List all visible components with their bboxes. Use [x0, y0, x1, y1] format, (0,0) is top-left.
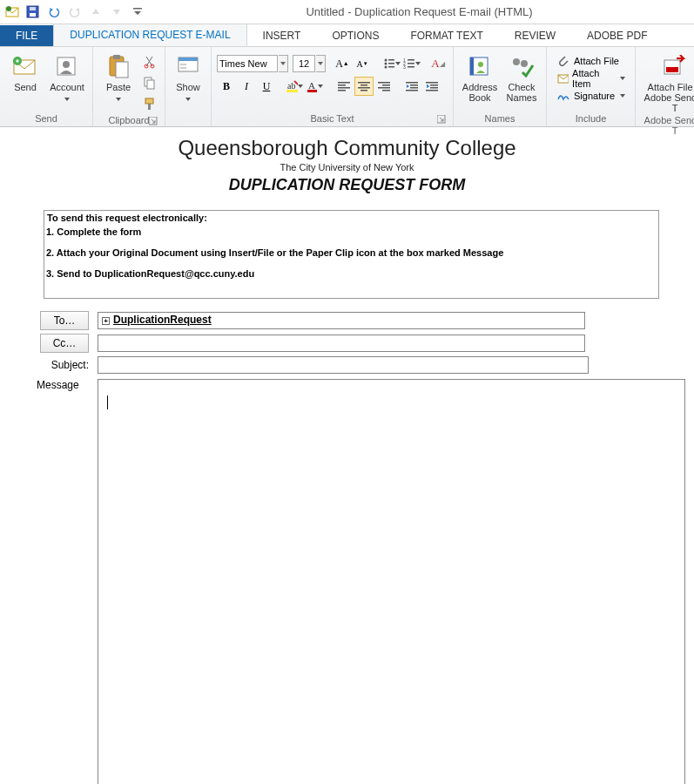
font-size-input[interactable] — [293, 55, 315, 72]
title-bar: Untitled - Duplication Request E-mail (H… — [0, 0, 694, 24]
svg-rect-3 — [30, 13, 36, 17]
svg-rect-48 — [378, 82, 390, 84]
cut-button[interactable] — [140, 52, 159, 71]
svg-rect-55 — [406, 90, 418, 91]
show-label: Show — [176, 82, 200, 103]
shrink-font-button[interactable]: A▼ — [353, 54, 372, 73]
dialog-launcher-icon[interactable] — [149, 117, 158, 125]
ribbon-group-names: Address Book Check Names Names — [454, 47, 547, 126]
svg-rect-5 — [133, 8, 142, 10]
svg-rect-54 — [410, 87, 418, 89]
svg-point-65 — [521, 60, 528, 67]
copy-button[interactable] — [140, 73, 159, 92]
align-left-button[interactable] — [334, 77, 354, 96]
cc-field[interactable] — [98, 335, 585, 352]
group-label-clipboard: Clipboard — [98, 113, 159, 128]
adobe-attach-icon — [661, 52, 689, 80]
group-label-adobe: Adobe Send & T — [641, 113, 694, 139]
grow-font-button[interactable]: A▲ — [333, 54, 352, 73]
instruction-step: 1. Complete the form — [46, 226, 503, 237]
font-color-button[interactable]: A — [305, 77, 324, 96]
instructions-list: 1. Complete the form 2. Attach your Orig… — [46, 223, 503, 289]
underline-button[interactable]: U — [257, 77, 276, 96]
attach-item-button[interactable]: Attach Item — [552, 70, 630, 87]
expand-icon[interactable]: + — [102, 317, 110, 325]
account-button[interactable]: Account — [47, 49, 87, 103]
bullets-button[interactable] — [382, 54, 401, 73]
tab-duplication-request[interactable]: DUPLICATION REQUEST E-MAIL — [53, 24, 246, 46]
clear-formatting-button[interactable]: A◢ — [428, 54, 448, 73]
svg-rect-59 — [426, 90, 438, 91]
qat-customize-icon[interactable] — [131, 5, 145, 19]
signature-button[interactable]: Signature — [552, 87, 630, 105]
svg-rect-37 — [286, 90, 298, 92]
paste-button[interactable]: Paste — [98, 49, 138, 103]
paste-label: Paste — [106, 82, 131, 103]
font-family-input[interactable] — [217, 55, 278, 72]
increase-indent-button[interactable] — [422, 77, 441, 96]
redo-icon — [68, 5, 82, 19]
tab-insert[interactable]: INSERT — [247, 25, 317, 46]
svg-rect-51 — [382, 90, 390, 91]
ribbon-tabs: FILE DUPLICATION REQUEST E-MAIL INSERT O… — [0, 24, 694, 47]
text-cursor — [107, 395, 108, 409]
ribbon-group-clipboard: Paste Clipboard — [93, 47, 165, 126]
svg-point-64 — [513, 58, 520, 65]
undo-icon[interactable] — [47, 5, 61, 19]
dialog-launcher-icon[interactable] — [437, 115, 446, 124]
show-button[interactable]: Show — [171, 49, 206, 103]
instruction-step: 2. Attach your Original Document using I… — [46, 247, 503, 258]
numbering-button[interactable]: 123 — [402, 54, 421, 73]
svg-rect-23 — [180, 67, 186, 69]
paste-icon — [104, 52, 132, 80]
address-book-button[interactable]: Address Book — [459, 49, 501, 103]
tab-options[interactable]: OPTIONS — [316, 25, 394, 46]
font-dropdown-icon[interactable] — [279, 55, 288, 72]
italic-button[interactable]: I — [237, 77, 256, 96]
check-names-button[interactable]: Check Names — [502, 49, 541, 103]
tab-format-text[interactable]: FORMAT TEXT — [394, 25, 498, 46]
align-center-button[interactable] — [354, 77, 374, 96]
svg-rect-29 — [388, 66, 394, 68]
attach-via-adobe-button[interactable]: Attach File viAdobe Send & T — [641, 49, 694, 113]
svg-rect-53 — [410, 84, 418, 86]
svg-rect-16 — [147, 80, 154, 89]
form-title: DUPLICATION REQUEST FORM — [0, 176, 694, 194]
email-fields: To… +DuplicationRequest Cc… Subject: — [37, 311, 659, 374]
svg-rect-35 — [408, 66, 414, 68]
bold-button[interactable]: B — [217, 77, 236, 96]
ribbon-group-adobe: Attach File viAdobe Send & T Adobe Send … — [636, 47, 694, 126]
attach-file-button[interactable]: Attach File — [552, 52, 630, 70]
document-header: Queensborough Community College The City… — [0, 136, 694, 194]
subject-field[interactable] — [98, 356, 589, 374]
svg-rect-17 — [145, 98, 153, 104]
tab-review[interactable]: REVIEW — [499, 25, 571, 46]
group-label-include: Include — [552, 112, 630, 126]
format-painter-button[interactable] — [140, 94, 159, 113]
svg-rect-27 — [388, 63, 394, 64]
tab-file[interactable]: FILE — [0, 25, 53, 46]
decrease-indent-button[interactable] — [402, 77, 421, 96]
to-field[interactable]: +DuplicationRequest — [98, 312, 585, 329]
svg-rect-52 — [406, 82, 418, 84]
svg-rect-39 — [307, 90, 317, 92]
group-label-basic-text: Basic Text — [217, 112, 448, 126]
svg-rect-11 — [113, 55, 120, 59]
message-label: Message — [37, 379, 98, 784]
next-icon — [110, 5, 124, 19]
message-body-input[interactable] — [98, 379, 685, 784]
svg-point-26 — [385, 63, 387, 65]
size-dropdown-icon[interactable] — [316, 55, 326, 72]
group-label-show — [171, 112, 206, 126]
tab-adobe-pdf[interactable]: ADOBE PDF — [571, 25, 663, 46]
ribbon-group-send: Send Account Send — [0, 47, 93, 126]
svg-text:A: A — [308, 80, 315, 91]
save-icon[interactable] — [26, 5, 40, 19]
align-right-button[interactable] — [374, 77, 394, 96]
svg-point-28 — [385, 66, 387, 69]
highlight-button[interactable]: ab — [285, 77, 304, 96]
svg-rect-57 — [430, 84, 438, 86]
to-button[interactable]: To… — [40, 311, 89, 330]
cc-button[interactable]: Cc… — [40, 334, 89, 353]
send-button[interactable]: Send — [5, 49, 45, 92]
